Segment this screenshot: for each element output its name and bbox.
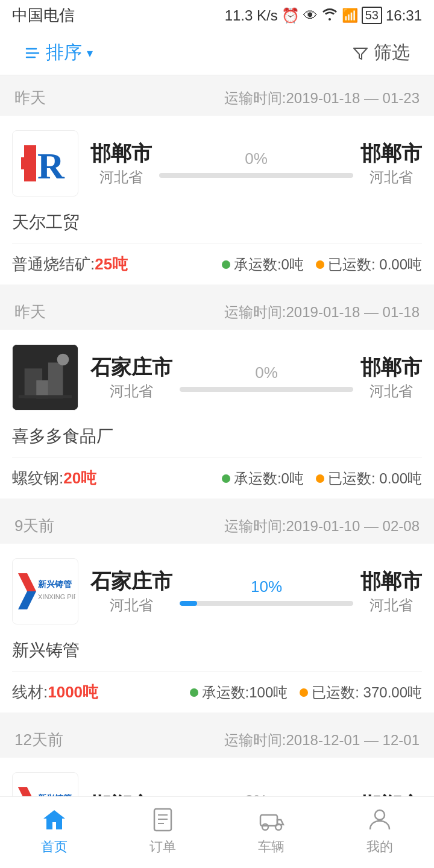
nav-order[interactable]: 订单 [108, 805, 217, 856]
cheng-yun-3: 承运数:100吨 [190, 683, 288, 702]
card-2[interactable]: 石家庄市 河北省 0% 邯郸市 河北省 喜多多食品厂 [0, 330, 434, 498]
nav-home[interactable]: 首页 [0, 805, 108, 856]
svg-point-9 [57, 354, 69, 366]
alarm-icon: ⏰ [281, 7, 300, 24]
green-dot-3 [190, 688, 198, 697]
card-1[interactable]: R 邯郸市 河北省 0% 邯郸市 [0, 116, 434, 285]
progress-bar-3 [180, 601, 353, 606]
transport-time-3: 运输时间:2019-01-10 — 02-08 [224, 517, 420, 536]
from-city-2: 石家庄市 河北省 [90, 354, 172, 401]
company-logo-2 [12, 344, 78, 410]
svg-point-28 [375, 810, 385, 820]
section-header-2: 昨天 运输时间:2019-01-18 — 01-18 [0, 289, 434, 330]
nav-home-label: 首页 [41, 838, 68, 856]
transport-time-4: 运输时间:2018-12-01 — 12-01 [224, 731, 420, 750]
transport-stats-3: 承运数:100吨 已运数: 370.00吨 [190, 683, 422, 702]
nav-mine[interactable]: 我的 [326, 805, 434, 856]
svg-rect-7 [48, 362, 63, 398]
svg-text:新兴铸管: 新兴铸管 [38, 579, 72, 589]
green-dot-1 [222, 260, 230, 269]
status-bar: 中国电信 11.3 K/s ⏰ 👁 📶 53 16:31 [0, 0, 434, 31]
progress-bar-1 [159, 173, 353, 178]
content-area: 昨天 运输时间:2019-01-18 — 01-23 R 邯郸市 河北省 [0, 75, 434, 868]
transport-time-1: 运输时间:2019-01-18 — 01-23 [224, 89, 420, 108]
company-name-1: 天尔工贸 [0, 211, 434, 244]
route-cities-2: 石家庄市 河北省 0% 邯郸市 河北省 [90, 354, 422, 401]
transport-stats-2: 承运数:0吨 已运数: 0.00吨 [222, 469, 422, 488]
vehicle-icon [257, 805, 286, 834]
yi-yun-1: 已运数: 0.00吨 [316, 255, 422, 274]
filter-label: 筛选 [374, 40, 410, 65]
company-logo-3: 新兴铸管 XINXING PIPES [12, 558, 78, 624]
status-right: 11.3 K/s ⏰ 👁 📶 53 16:31 [225, 7, 422, 24]
carrier-label: 中国电信 [12, 5, 75, 26]
company-logo-1: R [12, 130, 78, 197]
card-route-1: 邯郸市 河北省 0% 邯郸市 河北省 [90, 140, 422, 187]
cargo-info-1: 普通烧结矿:25吨 [12, 254, 128, 275]
card-main-1: R 邯郸市 河北省 0% 邯郸市 [0, 116, 434, 211]
cheng-yun-2: 承运数:0吨 [222, 469, 304, 488]
time-ago-2: 昨天 [14, 301, 46, 322]
to-city-3: 邯郸市 河北省 [360, 568, 422, 615]
company-name-2: 喜多多食品厂 [0, 425, 434, 458]
progress-block-2: 0% [172, 363, 360, 392]
svg-marker-3 [21, 145, 36, 181]
green-dot-2 [222, 474, 230, 483]
mine-icon [365, 805, 394, 834]
section-header-3: 9天前 运输时间:2019-01-10 — 02-08 [0, 503, 434, 544]
orange-dot-3 [300, 688, 308, 697]
svg-rect-5 [13, 345, 78, 410]
transport-time-2: 运输时间:2019-01-18 — 01-18 [224, 303, 420, 322]
home-icon [40, 805, 69, 834]
speed-label: 11.3 K/s [225, 7, 278, 24]
route-cities-3: 石家庄市 河北省 10% 邯郸市 河北省 [90, 568, 422, 615]
card-footer-2: 螺纹钢:20吨 承运数:0吨 已运数: 0.00吨 [0, 458, 434, 498]
nav-vehicle[interactable]: 车辆 [217, 805, 326, 856]
time-ago-4: 12天前 [14, 729, 63, 750]
sort-icon [24, 45, 41, 61]
progress-fill-3 [180, 601, 197, 606]
eye-icon: 👁 [303, 7, 318, 24]
cheng-yun-1: 承运数:0吨 [222, 255, 304, 274]
bottom-nav: 首页 订单 车辆 [0, 796, 434, 868]
order-icon [148, 805, 177, 834]
filter-button[interactable]: 筛选 [352, 40, 410, 65]
yi-yun-3: 已运数: 370.00吨 [300, 683, 422, 702]
time-label: 16:31 [386, 7, 422, 24]
signal-icon: 📶 [342, 8, 358, 24]
sort-chevron: ▾ [87, 46, 93, 60]
wifi-icon [321, 7, 338, 24]
to-city-1: 邯郸市 河北省 [360, 140, 422, 187]
card-route-3: 石家庄市 河北省 10% 邯郸市 河北省 [90, 568, 422, 615]
transport-stats-1: 承运数:0吨 已运数: 0.00吨 [222, 255, 422, 274]
time-ago-3: 9天前 [14, 515, 54, 536]
progress-bar-2 [180, 387, 353, 392]
time-ago-1: 昨天 [14, 87, 46, 108]
svg-text:R: R [37, 145, 65, 186]
toolbar: 排序 ▾ 筛选 [0, 31, 434, 75]
filter-icon [352, 45, 369, 61]
card-main-2: 石家庄市 河北省 0% 邯郸市 河北省 [0, 330, 434, 425]
progress-block-1: 0% [152, 149, 360, 178]
company-name-3: 新兴铸管 [0, 639, 434, 671]
sort-label: 排序 [46, 40, 82, 65]
cargo-info-2: 螺纹钢:20吨 [12, 468, 96, 489]
progress-block-3: 10% [172, 577, 360, 606]
nav-order-label: 订单 [149, 838, 176, 856]
sort-button[interactable]: 排序 ▾ [24, 40, 93, 65]
card-footer-1: 普通烧结矿:25吨 承运数:0吨 已运数: 0.00吨 [0, 244, 434, 285]
yi-yun-2: 已运数: 0.00吨 [316, 469, 422, 488]
battery-icon: 53 [362, 7, 382, 24]
to-city-2: 邯郸市 河北省 [360, 354, 422, 401]
cargo-info-3: 线材:1000吨 [12, 682, 98, 703]
section-header-4: 12天前 运输时间:2018-12-01 — 12-01 [0, 717, 434, 758]
svg-point-26 [262, 824, 268, 830]
svg-text:XINXING PIPES: XINXING PIPES [38, 593, 75, 600]
section-header-1: 昨天 运输时间:2019-01-18 — 01-23 [0, 75, 434, 116]
card-main-3: 新兴铸管 XINXING PIPES 石家庄市 河北省 10% [0, 544, 434, 639]
card-3[interactable]: 新兴铸管 XINXING PIPES 石家庄市 河北省 10% [0, 544, 434, 712]
from-city-3: 石家庄市 河北省 [90, 568, 172, 615]
route-cities-1: 邯郸市 河北省 0% 邯郸市 河北省 [90, 140, 422, 187]
nav-vehicle-label: 车辆 [258, 838, 285, 856]
orange-dot-2 [316, 474, 324, 483]
